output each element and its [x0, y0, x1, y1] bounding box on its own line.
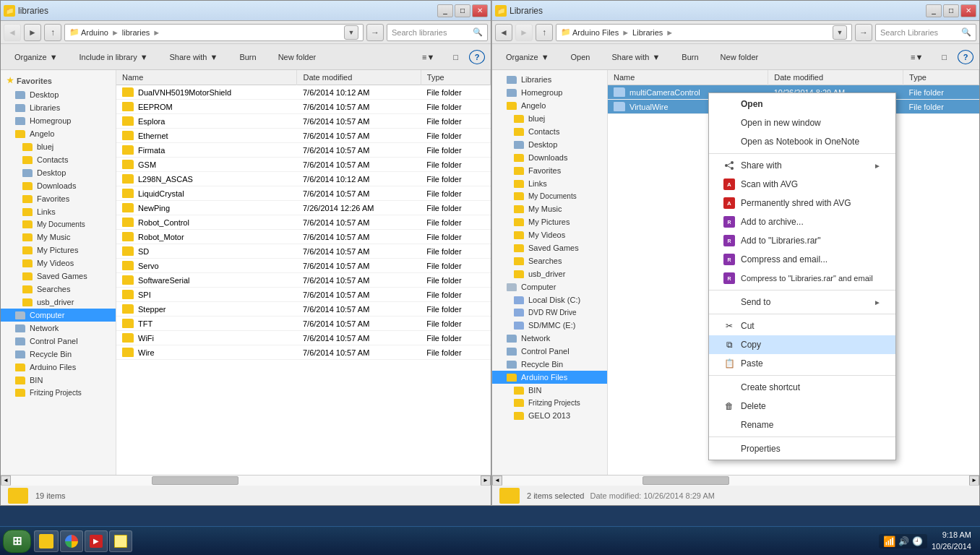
h-scroll-left[interactable]: ◄ ► — [1, 475, 491, 485]
open-btn-right[interactable]: Open — [563, 47, 598, 67]
sidebar-r-links[interactable]: Links — [492, 177, 607, 190]
sidebar-r-downloads[interactable]: Downloads — [492, 151, 607, 164]
table-row[interactable]: L298N_ASCAS 7/6/2014 10:12 AM File folde… — [116, 172, 491, 186]
sidebar-r-my-docs[interactable]: My Documents — [492, 190, 607, 202]
include-library-btn[interactable]: Include in library ▼ — [72, 47, 156, 67]
sidebar-item-my-pictures[interactable]: My Pictures — [1, 244, 116, 257]
up-btn-right[interactable]: ↑ — [536, 24, 553, 41]
up-btn-left[interactable]: ↑ — [44, 24, 61, 41]
ctx-open-new-window[interactable]: Open in new window — [709, 113, 895, 132]
view-btn-left[interactable]: ≡▼ — [414, 47, 442, 67]
sidebar-item-my-music[interactable]: My Music — [1, 231, 116, 244]
ctx-delete[interactable]: 🗑 Delete — [709, 397, 895, 416]
sidebar-r-my-music[interactable]: My Music — [492, 202, 607, 215]
table-row[interactable]: Esplora 7/6/2014 10:57 AM File folder — [116, 114, 491, 129]
sidebar-item-usb-driver[interactable]: usb_driver — [1, 296, 116, 309]
sidebar-r-recycle-bin[interactable]: Recycle Bin — [492, 358, 607, 371]
nav-extra-left[interactable]: → — [366, 24, 384, 41]
sidebar-item-bluej[interactable]: bluej — [1, 140, 116, 153]
table-row[interactable]: Robot_Control 7/6/2014 10:57 AM File fol… — [116, 215, 491, 230]
sidebar-item-bin[interactable]: BIN — [1, 374, 116, 387]
table-row[interactable]: Wire 7/6/2014 10:57 AM File folder — [116, 345, 491, 360]
ctx-add-libraries-rar[interactable]: R Add to "Libraries.rar" — [709, 231, 895, 250]
sidebar-item-arduino-files[interactable]: Arduino Files — [1, 361, 116, 374]
organize-btn-left[interactable]: Organize ▼ — [7, 47, 66, 67]
sidebar-r-saved-games[interactable]: Saved Games — [492, 241, 607, 254]
h-scroll-left-btn[interactable]: ◄ — [1, 476, 11, 486]
table-row[interactable]: TFT 7/6/2014 10:57 AM File folder — [116, 317, 491, 331]
burn-btn-right[interactable]: Burn — [674, 47, 706, 67]
search-box-right[interactable]: Search Libraries 🔍 — [875, 24, 976, 41]
sidebar-r-my-videos[interactable]: My Videos — [492, 228, 607, 241]
nav-extra-right[interactable]: → — [855, 24, 872, 41]
sidebar-r-usb-driver[interactable]: usb_driver — [492, 267, 607, 280]
ctx-open-onenote[interactable]: Open as Notebook in OneNote — [709, 132, 895, 151]
sidebar-r-control-panel[interactable]: Control Panel — [492, 345, 607, 358]
table-row[interactable]: NewPing 7/26/2014 12:26 AM File folder — [116, 201, 491, 215]
sidebar-r-computer[interactable]: Computer — [492, 280, 607, 293]
sidebar-item-recycle-bin[interactable]: Recycle Bin — [1, 348, 116, 361]
ctx-share-with[interactable]: Share with ► — [709, 156, 895, 175]
sidebar-item-saved-games[interactable]: Saved Games — [1, 270, 116, 283]
help-btn-right[interactable]: ? — [958, 50, 973, 64]
table-row[interactable]: Stepper 7/6/2014 10:57 AM File folder — [116, 302, 491, 317]
table-row[interactable]: Ethernet 7/6/2014 10:57 AM File folder — [116, 129, 491, 143]
table-row[interactable]: SPI 7/6/2014 10:57 AM File folder — [116, 288, 491, 302]
forward-btn-left[interactable]: ► — [24, 24, 41, 41]
sidebar-item-contacts[interactable]: Contacts — [1, 153, 116, 166]
ctx-cut[interactable]: ✂ Cut — [709, 317, 895, 335]
sidebar-r-angelo[interactable]: Angelo — [492, 99, 607, 112]
sidebar-item-searches[interactable]: Searches — [1, 283, 116, 296]
new-folder-btn-right[interactable]: New folder — [713, 47, 767, 67]
address-bar-right[interactable]: 📁 Arduino Files ► Libraries ► ▼ — [556, 24, 852, 41]
ctx-paste[interactable]: 📋 Paste — [709, 354, 895, 373]
taskbar-item-video[interactable]: ▶ — [85, 530, 108, 552]
sidebar-r-bin[interactable]: BIN — [492, 384, 607, 397]
close-btn-right[interactable]: ✕ — [960, 4, 976, 17]
col-type-right[interactable]: Type — [903, 70, 979, 85]
table-row[interactable]: SD 7/6/2014 10:57 AM File folder — [116, 244, 491, 259]
sidebar-r-local-disk[interactable]: Local Disk (C:) — [492, 293, 607, 306]
sidebar-item-my-videos[interactable]: My Videos — [1, 257, 116, 270]
sidebar-item-network[interactable]: Network — [1, 322, 116, 335]
sidebar-item-fritzing[interactable]: Fritzing Projects — [1, 387, 116, 399]
ctx-create-shortcut[interactable]: Create shortcut — [709, 378, 895, 397]
sidebar-r-homegroup[interactable]: Homegroup — [492, 86, 607, 99]
path-arduino[interactable]: Arduino — [81, 28, 108, 37]
sidebar-item-desktop-fav[interactable]: Desktop — [1, 88, 116, 101]
maximize-btn-left[interactable]: □ — [455, 4, 470, 17]
table-row[interactable]: SoftwareSerial 7/6/2014 10:57 AM File fo… — [116, 273, 491, 288]
ctx-send-to[interactable]: Send to ► — [709, 293, 895, 311]
address-bar-left[interactable]: 📁 Arduino ► libraries ► ▼ — [64, 24, 364, 41]
table-row[interactable]: Firmata 7/6/2014 10:57 AM File folder — [116, 143, 491, 158]
sidebar-item-control-panel[interactable]: Control Panel — [1, 335, 116, 348]
table-row[interactable]: LiquidCrystal 7/6/2014 10:57 AM File fol… — [116, 186, 491, 201]
sidebar-item-desktop2[interactable]: Desktop — [1, 166, 116, 179]
sidebar-r-my-pictures[interactable]: My Pictures — [492, 215, 607, 228]
share-with-btn-right[interactable]: Share with ▼ — [603, 47, 668, 67]
taskbar-item-notepad[interactable] — [109, 530, 132, 552]
ctx-rename[interactable]: Rename — [709, 416, 895, 434]
new-folder-btn-left[interactable]: New folder — [270, 47, 324, 67]
sidebar-r-fritzing[interactable]: Fritzing Projects — [492, 397, 607, 409]
col-date-left[interactable]: Date modified — [297, 70, 421, 85]
sidebar-r-favorites[interactable]: Favorites — [492, 164, 607, 177]
taskbar-item-chrome[interactable] — [60, 530, 83, 552]
path-libraries-right[interactable]: Libraries — [632, 28, 663, 37]
col-name-right[interactable]: Name — [608, 70, 768, 85]
table-row[interactable]: GSM 7/6/2014 10:57 AM File folder — [116, 158, 491, 172]
back-btn-right[interactable]: ◄ — [495, 24, 512, 41]
col-date-right[interactable]: Date modified — [768, 70, 903, 85]
sidebar-r-libraries[interactable]: Libraries — [492, 73, 607, 86]
table-row[interactable]: EEPROM 7/6/2014 10:57 AM File folder — [116, 100, 491, 114]
h-scroll-right[interactable]: ◄ ► — [492, 475, 979, 485]
sidebar-r-contacts[interactable]: Contacts — [492, 125, 607, 138]
forward-btn-right[interactable]: ► — [515, 24, 533, 41]
sidebar-item-downloads[interactable]: Downloads — [1, 179, 116, 192]
sidebar-r-searches[interactable]: Searches — [492, 254, 607, 267]
sidebar-r-dvd[interactable]: DVD RW Drive — [492, 306, 607, 319]
h-scroll-track-left[interactable] — [11, 476, 481, 486]
ctx-shred-avg[interactable]: A Permanently shred with AVG — [709, 194, 895, 212]
taskbar-item-explorer1[interactable] — [34, 530, 59, 552]
ctx-compress-email[interactable]: R Compress and email... — [709, 250, 895, 269]
